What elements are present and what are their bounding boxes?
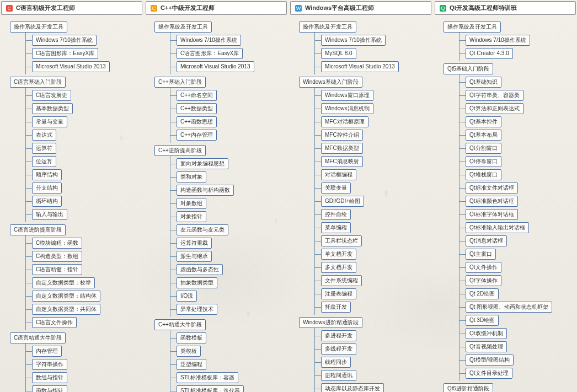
tree-leaf-node[interactable]: C构造类型：数组 bbox=[32, 251, 82, 262]
tree-section-node[interactable]: C语言基础入门阶段 bbox=[10, 77, 66, 88]
tree-leaf-node[interactable]: C模块编程：函数 bbox=[32, 238, 82, 249]
tree-leaf-node[interactable]: Qt基本控件 bbox=[466, 116, 501, 127]
tree-section-node[interactable]: C++基础入门阶段 bbox=[154, 77, 206, 88]
tree-leaf-node[interactable]: 数组与指针 bbox=[32, 372, 67, 383]
tree-leaf-node[interactable]: 控件自绘 bbox=[321, 209, 351, 220]
tree-leaf-node[interactable]: 自定义数据类型：共同体 bbox=[32, 304, 100, 315]
tree-section-node[interactable]: 操作系统及开发工具 bbox=[10, 22, 67, 33]
tree-leaf-node[interactable]: 友元函数与友元类 bbox=[177, 224, 228, 235]
tree-leaf-node[interactable]: 泛型编程 bbox=[177, 359, 206, 370]
tree-leaf-node[interactable]: 字符串操作 bbox=[32, 359, 67, 370]
tree-leaf-node[interactable]: MFC对话框原理 bbox=[321, 116, 368, 127]
tree-leaf-node[interactable]: C语言图形库：EasyX库 bbox=[32, 48, 98, 59]
tree-leaf-node[interactable]: Windows窗口原理 bbox=[321, 90, 373, 101]
tree-leaf-node[interactable]: 输入与输出 bbox=[32, 209, 67, 220]
tree-leaf-node[interactable]: 分支结构 bbox=[32, 182, 62, 194]
tree-leaf-node[interactable]: Qt字符串类、容器类 bbox=[466, 90, 523, 101]
tree-leaf-node[interactable]: Qt主窗口 bbox=[466, 249, 496, 260]
tree-leaf-node[interactable]: 基本数据类型 bbox=[32, 103, 73, 114]
tree-leaf-node[interactable]: MySQL 8.0 bbox=[321, 48, 356, 59]
tree-leaf-node[interactable]: 线程同步 bbox=[321, 357, 351, 368]
tree-leaf-node[interactable]: 对话框编程 bbox=[321, 169, 356, 180]
tree-leaf-node[interactable]: 虚函数与多态性 bbox=[177, 264, 223, 275]
tree-leaf-node[interactable]: 文件系统编程 bbox=[321, 275, 362, 286]
tree-leaf-node[interactable]: 对象数组 bbox=[177, 198, 206, 209]
tree-leaf-node[interactable]: 异常处理技术 bbox=[177, 304, 217, 315]
tree-leaf-node[interactable]: Qt标准颜色对话框 bbox=[466, 196, 518, 207]
tree-leaf-node[interactable]: Windows消息机制 bbox=[321, 103, 373, 114]
tree-leaf-node[interactable]: Qt标准字体对话框 bbox=[466, 209, 518, 220]
tree-leaf-node[interactable]: Qt 2D绘图 bbox=[466, 288, 499, 299]
tree-leaf-node[interactable]: 进程间通讯 bbox=[321, 370, 356, 381]
tree-leaf-node[interactable]: 内存管理 bbox=[32, 346, 62, 357]
tree-leaf-node[interactable]: Microsoft Visual Studio 2013 bbox=[321, 61, 399, 72]
tree-leaf-node[interactable]: Microsoft Visual Studio 2013 bbox=[177, 61, 254, 72]
tree-leaf-node[interactable]: Qt模型/视图结构 bbox=[466, 355, 514, 366]
tree-leaf-node[interactable]: C++命名空间 bbox=[177, 90, 217, 101]
tree-leaf-node[interactable]: 顺序结构 bbox=[32, 169, 62, 180]
tree-leaf-node[interactable]: 构造函数与析构函数 bbox=[177, 185, 234, 196]
tree-leaf-node[interactable]: 类模板 bbox=[177, 346, 201, 357]
tree-leaf-node[interactable]: 注册表编程 bbox=[321, 288, 356, 299]
tree-leaf-node[interactable]: 托盘开发 bbox=[321, 302, 351, 313]
tree-leaf-node[interactable]: Qt文件操作 bbox=[466, 262, 501, 273]
tree-leaf-node[interactable]: 运算符重载 bbox=[177, 238, 212, 249]
tree-leaf-node[interactable]: 对象指针 bbox=[177, 211, 206, 222]
tree-section-node[interactable]: Qt5进阶精通阶段 bbox=[444, 383, 493, 392]
tree-leaf-node[interactable]: C语言发展史 bbox=[32, 90, 71, 101]
tree-leaf-node[interactable]: 类和对象 bbox=[177, 171, 206, 182]
tree-leaf-node[interactable]: C++内存管理 bbox=[177, 130, 217, 141]
tree-leaf-node[interactable]: 位运算 bbox=[32, 156, 56, 167]
track-header[interactable]: CC++中级开发工程师 bbox=[146, 1, 287, 15]
tree-section-node[interactable]: C++进阶提高阶段 bbox=[154, 145, 206, 156]
tree-leaf-node[interactable]: Qt算法和正则表达式 bbox=[466, 103, 523, 114]
tree-leaf-node[interactable]: 多进程开发 bbox=[321, 330, 356, 341]
tree-leaf-node[interactable]: C语言文件操作 bbox=[32, 317, 77, 328]
tree-leaf-node[interactable]: C++函数思想 bbox=[177, 116, 217, 127]
tree-leaf-node[interactable]: 自定义数据类型：结构体 bbox=[32, 291, 100, 302]
tree-leaf-node[interactable]: 多文档开发 bbox=[321, 262, 356, 273]
tree-leaf-node[interactable]: 关联变量 bbox=[321, 182, 351, 194]
tree-leaf-node[interactable]: 面向对象编程思想 bbox=[177, 158, 228, 169]
tree-leaf-node[interactable]: 派生与继承 bbox=[177, 251, 212, 262]
tree-section-node[interactable]: C语言进阶提高阶段 bbox=[10, 224, 66, 235]
tree-leaf-node[interactable]: 单文档开发 bbox=[321, 249, 356, 260]
track-header[interactable]: QQt开发高级工程师特训班 bbox=[435, 1, 576, 15]
tree-leaf-node[interactable]: 运算符 bbox=[32, 143, 56, 154]
tree-leaf-node[interactable]: Qt字体操作 bbox=[466, 275, 501, 286]
tree-section-node[interactable]: C语言精通大牛阶段 bbox=[10, 332, 66, 343]
tree-leaf-node[interactable]: 表达式 bbox=[32, 130, 56, 141]
track-header[interactable]: WWindows平台高级工程师 bbox=[290, 1, 431, 15]
tree-leaf-node[interactable]: Qt停靠窗口 bbox=[466, 156, 501, 167]
tree-leaf-node[interactable]: Qt双缓冲机制 bbox=[466, 328, 507, 339]
tree-leaf-node[interactable]: Qt 图形视图、动画和状态机框架 bbox=[466, 302, 552, 313]
tree-leaf-node[interactable]: 循环结构 bbox=[32, 196, 62, 207]
tree-leaf-node[interactable]: STL标准模板库：容器 bbox=[177, 372, 238, 383]
tree-leaf-node[interactable]: Qt文件目录处理 bbox=[466, 368, 512, 379]
tree-section-node[interactable]: C++精通大牛阶段 bbox=[154, 319, 206, 330]
tree-leaf-node[interactable]: 抽象数据类型 bbox=[177, 277, 217, 288]
tree-leaf-node[interactable]: MFC数据类型 bbox=[321, 143, 363, 154]
tree-leaf-node[interactable]: Qt标准文件对话框 bbox=[466, 182, 518, 194]
tree-leaf-node[interactable]: Qt分割窗口 bbox=[466, 143, 501, 154]
tree-leaf-node[interactable]: I/O流 bbox=[177, 291, 197, 302]
tree-leaf-node[interactable]: 常量与变量 bbox=[32, 116, 67, 127]
tree-leaf-node[interactable]: Windows 7/10操作系统 bbox=[466, 35, 530, 46]
tree-leaf-node[interactable]: MFC消息映射 bbox=[321, 156, 363, 167]
tree-leaf-node[interactable]: 动态库以及静态库开发 bbox=[321, 383, 384, 392]
tree-leaf-node[interactable]: 函数与指针 bbox=[32, 385, 67, 392]
tree-leaf-node[interactable]: MFC控件介绍 bbox=[321, 130, 363, 141]
tree-leaf-node[interactable]: Qt基本布局 bbox=[466, 130, 501, 141]
tree-leaf-node[interactable]: Qt音视频处理 bbox=[466, 341, 507, 352]
tree-leaf-node[interactable]: Windows 7/10操作系统 bbox=[177, 35, 241, 46]
tree-leaf-node[interactable]: 自定义数据类型：枚举 bbox=[32, 277, 95, 288]
tree-leaf-node[interactable]: C语言精髓：指针 bbox=[32, 264, 82, 275]
tree-leaf-node[interactable]: Qt基础知识 bbox=[466, 77, 501, 88]
tree-leaf-node[interactable]: GDI/GDI+绘图 bbox=[321, 196, 364, 207]
tree-leaf-node[interactable]: Windows 7/10操作系统 bbox=[32, 35, 97, 46]
tree-leaf-node[interactable]: 工具栏状态栏 bbox=[321, 235, 362, 246]
tree-leaf-node[interactable]: 多线程开发 bbox=[321, 343, 356, 355]
tree-leaf-node[interactable]: Qt消息对话框 bbox=[466, 235, 507, 246]
tree-section-node[interactable]: Windows基础入门阶段 bbox=[299, 77, 362, 88]
tree-leaf-node[interactable]: Microsoft Visual Studio 2013 bbox=[32, 61, 110, 72]
